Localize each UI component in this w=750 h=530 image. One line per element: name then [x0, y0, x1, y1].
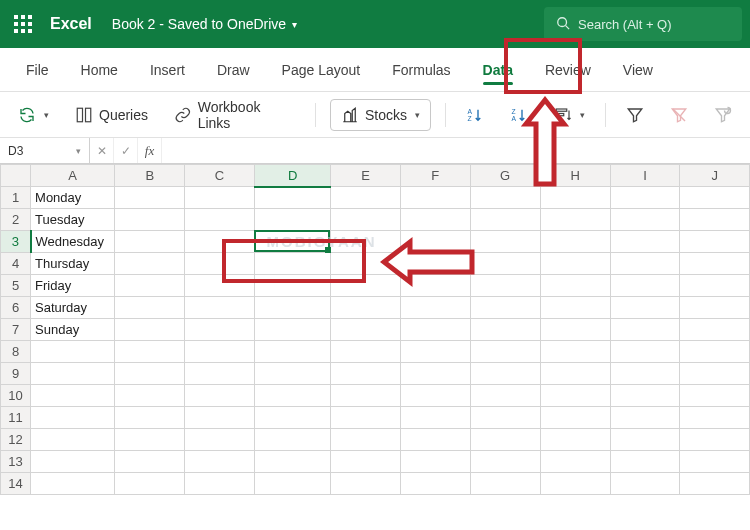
tab-formulas[interactable]: Formulas [376, 48, 466, 91]
cell[interactable] [401, 429, 471, 451]
cell[interactable] [470, 407, 540, 429]
cell[interactable] [470, 187, 540, 209]
column-header[interactable]: B [115, 165, 185, 187]
cell[interactable] [255, 297, 331, 319]
cell[interactable] [610, 473, 680, 495]
fx-button[interactable]: fx [138, 138, 162, 163]
cell[interactable] [540, 275, 610, 297]
cell[interactable] [115, 297, 185, 319]
formula-input[interactable] [162, 138, 750, 163]
cell[interactable] [680, 231, 750, 253]
cell[interactable] [540, 407, 610, 429]
cell[interactable] [185, 253, 255, 275]
cell[interactable] [331, 319, 401, 341]
filter-button[interactable] [620, 102, 650, 128]
row-header[interactable]: 8 [1, 341, 31, 363]
cell[interactable] [185, 473, 255, 495]
cell[interactable] [680, 473, 750, 495]
cell[interactable] [610, 275, 680, 297]
cell[interactable] [185, 407, 255, 429]
cell[interactable] [185, 187, 255, 209]
tab-home[interactable]: Home [65, 48, 134, 91]
tab-insert[interactable]: Insert [134, 48, 201, 91]
cell[interactable] [401, 363, 471, 385]
cell[interactable] [610, 253, 680, 275]
tab-file[interactable]: File [10, 48, 65, 91]
cell[interactable]: Sunday [31, 319, 115, 341]
cell[interactable]: Thursday [31, 253, 115, 275]
cell[interactable] [610, 187, 680, 209]
cell[interactable] [401, 407, 471, 429]
cell[interactable] [31, 363, 115, 385]
cell[interactable] [540, 297, 610, 319]
cell[interactable] [470, 297, 540, 319]
cell[interactable] [540, 253, 610, 275]
cell[interactable] [610, 451, 680, 473]
row-header[interactable]: 2 [1, 209, 31, 231]
cell[interactable] [255, 231, 331, 253]
cell[interactable] [185, 319, 255, 341]
cell[interactable] [115, 209, 185, 231]
cell[interactable] [255, 319, 331, 341]
row-header[interactable]: 4 [1, 253, 31, 275]
cell[interactable] [610, 341, 680, 363]
cell[interactable] [540, 451, 610, 473]
cell[interactable] [115, 275, 185, 297]
cell[interactable] [331, 451, 401, 473]
cell[interactable] [610, 385, 680, 407]
cell[interactable] [255, 253, 331, 275]
column-header[interactable]: D [255, 165, 331, 187]
cell[interactable] [185, 297, 255, 319]
column-header[interactable]: I [610, 165, 680, 187]
queries-button[interactable]: Queries [69, 102, 154, 128]
cell[interactable] [115, 231, 185, 253]
cell[interactable] [610, 209, 680, 231]
row-header[interactable]: 3 [1, 231, 31, 253]
cell[interactable] [610, 407, 680, 429]
cell[interactable] [115, 319, 185, 341]
cell[interactable] [540, 209, 610, 231]
cell[interactable] [331, 297, 401, 319]
row-header[interactable]: 6 [1, 297, 31, 319]
cell[interactable] [680, 209, 750, 231]
cell[interactable] [470, 341, 540, 363]
cell[interactable] [401, 231, 471, 253]
cell[interactable]: Saturday [31, 297, 115, 319]
cell[interactable] [610, 319, 680, 341]
cell[interactable] [255, 429, 331, 451]
cell[interactable] [331, 363, 401, 385]
cell[interactable] [401, 385, 471, 407]
reapply-filter-button[interactable] [708, 102, 738, 128]
cell[interactable] [401, 275, 471, 297]
cell[interactable] [540, 319, 610, 341]
cell[interactable] [255, 363, 331, 385]
cell[interactable] [115, 363, 185, 385]
cell[interactable] [680, 363, 750, 385]
cell[interactable] [31, 429, 115, 451]
cell[interactable] [255, 275, 331, 297]
column-header[interactable]: F [401, 165, 471, 187]
cell[interactable] [680, 451, 750, 473]
cell[interactable] [401, 187, 471, 209]
cell[interactable] [331, 187, 401, 209]
cell[interactable] [185, 429, 255, 451]
cell[interactable] [185, 385, 255, 407]
cell[interactable] [185, 275, 255, 297]
cell[interactable] [115, 429, 185, 451]
row-header[interactable]: 13 [1, 451, 31, 473]
row-header[interactable]: 11 [1, 407, 31, 429]
select-all-corner[interactable] [1, 165, 31, 187]
cell[interactable] [680, 275, 750, 297]
cell[interactable] [31, 451, 115, 473]
cell[interactable] [540, 187, 610, 209]
cell[interactable] [680, 187, 750, 209]
cell[interactable] [680, 297, 750, 319]
cell[interactable] [610, 363, 680, 385]
column-header[interactable]: G [470, 165, 540, 187]
row-header[interactable]: 7 [1, 319, 31, 341]
cell[interactable] [255, 209, 331, 231]
tab-review[interactable]: Review [529, 48, 607, 91]
stocks-button[interactable]: Stocks ▾ [330, 99, 431, 131]
search-box[interactable]: Search (Alt + Q) [544, 7, 742, 41]
cell[interactable] [401, 297, 471, 319]
